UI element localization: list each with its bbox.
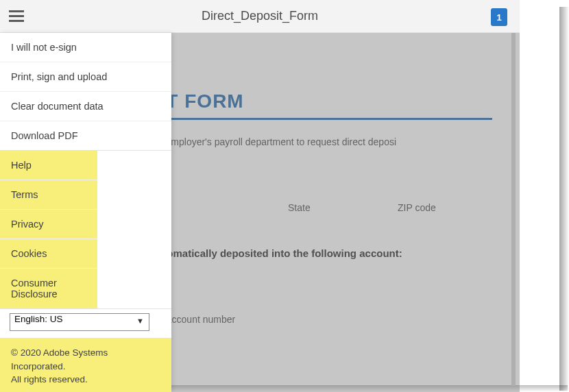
document-title: Direct_Deposit_Form [0, 9, 520, 23]
sidebar-item-terms[interactable]: Terms [0, 180, 97, 210]
sidebar-group-actions: I will not e-sign Print, sign and upload… [0, 33, 171, 151]
sidebar-item-consumer-disclosure[interactable]: Consumer Disclosure [0, 269, 97, 308]
copyright-block: © 2020 Adobe Systems Incorporated. All r… [0, 338, 171, 392]
copyright-line-2: All rights reserved. [11, 373, 160, 387]
sidebar-item-privacy[interactable]: Privacy [0, 210, 97, 239]
sidebar-item-no-esign[interactable]: I will not e-sign [0, 33, 171, 62]
sidebar-item-cookies[interactable]: Cookies [0, 239, 97, 269]
language-select-value: English: US [14, 314, 63, 324]
sidebar-item-clear-data[interactable]: Clear document data [0, 92, 171, 121]
sidebar-group-legal: Help Terms Privacy Cookies Consumer Disc… [0, 151, 171, 309]
hamburger-icon [9, 15, 24, 17]
sidebar-item-help[interactable]: Help [0, 151, 97, 180]
copyright-line-1: © 2020 Adobe Systems Incorporated. [11, 346, 160, 373]
page-count-badge[interactable]: 1 [491, 8, 507, 26]
sidebar-panel: I will not e-sign Print, sign and upload… [0, 33, 171, 392]
sidebar-item-download-pdf[interactable]: Download PDF [0, 121, 171, 150]
language-select[interactable]: English: US [10, 313, 149, 331]
language-selector-wrap: English: US [0, 309, 171, 338]
sidebar-item-print-sign[interactable]: Print, sign and upload [0, 62, 171, 92]
menu-toggle-button[interactable] [0, 0, 33, 33]
top-bar: Direct_Deposit_Form 1 [0, 0, 520, 33]
